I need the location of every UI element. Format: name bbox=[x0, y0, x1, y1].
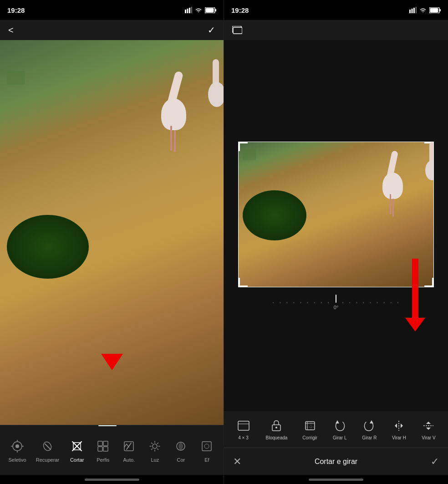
crop-tool-aspect[interactable]: 4 × 3 bbox=[233, 416, 255, 443]
svg-rect-42 bbox=[233, 27, 242, 34]
svg-rect-16 bbox=[98, 441, 102, 446]
svg-marker-55 bbox=[426, 428, 431, 430]
photo-crop-area: · · · · · · · · · 0° · · · · · · · · · bbox=[224, 40, 448, 411]
perfis-label: Perfis bbox=[97, 457, 109, 463]
status-bar-right: 19:28 bbox=[224, 0, 448, 20]
back-button[interactable]: < bbox=[8, 25, 14, 36]
tool-luz[interactable]: Luz bbox=[142, 434, 168, 466]
auto-icon bbox=[121, 438, 137, 454]
girar-r-icon bbox=[362, 418, 377, 433]
crop-handle-bl bbox=[239, 278, 248, 287]
arrow-shaft-right bbox=[412, 259, 418, 318]
red-arrow-left bbox=[101, 354, 123, 370]
svg-line-29 bbox=[158, 443, 158, 443]
crop-flamingo-leg2 bbox=[392, 199, 394, 217]
svg-rect-5 bbox=[215, 9, 217, 11]
svg-rect-35 bbox=[412, 9, 413, 13]
tool-ef[interactable]: Ef bbox=[194, 434, 219, 466]
tool-perfis[interactable]: Perfis bbox=[90, 434, 116, 466]
girar-r-label: Girar R bbox=[362, 435, 377, 440]
corrigir-icon bbox=[303, 418, 317, 433]
flamingo-leg1 bbox=[170, 126, 172, 151]
crop-tools-row: 4 × 3 Bloqueada Corrigir Girar L Girar R bbox=[224, 411, 448, 448]
flamingo2-body bbox=[208, 82, 224, 107]
svg-rect-1 bbox=[187, 9, 188, 13]
tool-auto[interactable]: Auto. bbox=[116, 434, 142, 466]
recuperar-label: Recuperar bbox=[36, 457, 59, 463]
ruler-dots-right: · · · · · · · · · bbox=[341, 297, 400, 307]
ruler-center: 0° bbox=[334, 295, 339, 310]
svg-marker-51 bbox=[395, 423, 397, 428]
crop-flamingo2-body bbox=[425, 160, 433, 180]
signal-icon-right bbox=[409, 7, 417, 13]
tool-seletivo[interactable]: Seletivo bbox=[4, 434, 31, 466]
layers-icon bbox=[232, 26, 242, 34]
confirm-button-left[interactable]: ✓ bbox=[208, 25, 215, 36]
svg-rect-40 bbox=[430, 8, 438, 12]
layers-button[interactable] bbox=[232, 26, 242, 34]
svg-rect-47 bbox=[305, 422, 315, 430]
confirm-crop-button[interactable]: ✓ bbox=[431, 456, 439, 468]
cortar-icon bbox=[69, 438, 85, 454]
status-icons-right bbox=[409, 7, 441, 13]
virar-h-label: Virar H bbox=[392, 435, 406, 440]
aspect-label: 4 × 3 bbox=[238, 435, 249, 440]
virar-v-label: Virar V bbox=[422, 435, 435, 440]
crop-title: Cortar e girar bbox=[315, 458, 357, 466]
crop-tool-virar-h[interactable]: Virar H bbox=[388, 416, 410, 443]
crop-tool-bloqueada[interactable]: Bloqueada bbox=[262, 416, 291, 443]
aspect-icon bbox=[236, 418, 251, 433]
background-people bbox=[7, 71, 25, 85]
svg-rect-17 bbox=[103, 441, 108, 446]
svg-line-27 bbox=[152, 443, 153, 443]
virar-h-icon bbox=[392, 418, 406, 433]
crop-scene-bg bbox=[239, 142, 433, 287]
active-indicator bbox=[98, 425, 117, 426]
crop-tool-girar-r[interactable]: Girar R bbox=[358, 416, 380, 443]
girar-l-label: Girar L bbox=[333, 435, 347, 440]
svg-line-30 bbox=[152, 448, 153, 449]
tool-cortar[interactable]: Cortar bbox=[64, 434, 90, 466]
svg-rect-39 bbox=[440, 9, 441, 11]
seletivo-icon bbox=[9, 438, 25, 454]
svg-rect-2 bbox=[189, 8, 190, 13]
crop-action-bar: ✕ Cortar e girar ✓ bbox=[224, 448, 448, 475]
crop-tool-girar-l[interactable]: Girar L bbox=[329, 416, 351, 443]
crop-tool-corrigir[interactable]: Corrigir bbox=[299, 416, 321, 443]
crop-inner-photo bbox=[239, 142, 433, 287]
girar-l-icon bbox=[332, 418, 347, 433]
svg-line-14 bbox=[45, 444, 51, 449]
photo-area-left bbox=[0, 40, 224, 425]
svg-marker-54 bbox=[426, 422, 431, 424]
svg-rect-37 bbox=[416, 7, 417, 13]
flamingo-leg2 bbox=[174, 130, 176, 152]
rotation-ruler[interactable]: · · · · · · · · · 0° · · · · · · · · · bbox=[240, 295, 432, 310]
svg-rect-6 bbox=[206, 8, 214, 12]
crop-flamingo-body bbox=[382, 173, 403, 199]
cancel-crop-button[interactable]: ✕ bbox=[233, 456, 241, 468]
auto-label: Auto. bbox=[123, 457, 135, 463]
crop-handle-br bbox=[424, 278, 433, 287]
time-right: 19:28 bbox=[231, 6, 249, 14]
bloqueada-icon bbox=[269, 418, 284, 433]
svg-point-8 bbox=[15, 444, 19, 448]
wifi-icon-left bbox=[195, 7, 202, 13]
bush-left bbox=[7, 215, 89, 279]
home-indicator-left bbox=[0, 475, 224, 484]
recuperar-icon bbox=[39, 438, 56, 454]
svg-rect-36 bbox=[413, 8, 415, 13]
top-nav-right bbox=[224, 20, 448, 40]
bloqueada-label: Bloqueada bbox=[266, 435, 288, 440]
svg-line-28 bbox=[158, 448, 158, 449]
battery-icon-left bbox=[205, 7, 216, 13]
luz-icon bbox=[147, 438, 163, 454]
crop-tool-virar-v[interactable]: Virar V bbox=[417, 416, 439, 443]
battery-icon-right bbox=[429, 7, 441, 13]
seletivo-label: Seletivo bbox=[9, 457, 26, 463]
left-panel: 19:28 < ✓ bbox=[0, 0, 224, 484]
bottom-toolbar-left: Seletivo Recuperar Cortar Perfis Auto. bbox=[0, 425, 224, 475]
svg-rect-0 bbox=[185, 10, 186, 13]
tool-recuperar[interactable]: Recuperar bbox=[31, 434, 64, 466]
ef-label: Ef bbox=[204, 457, 209, 463]
tool-cor[interactable]: Cor bbox=[168, 434, 193, 466]
